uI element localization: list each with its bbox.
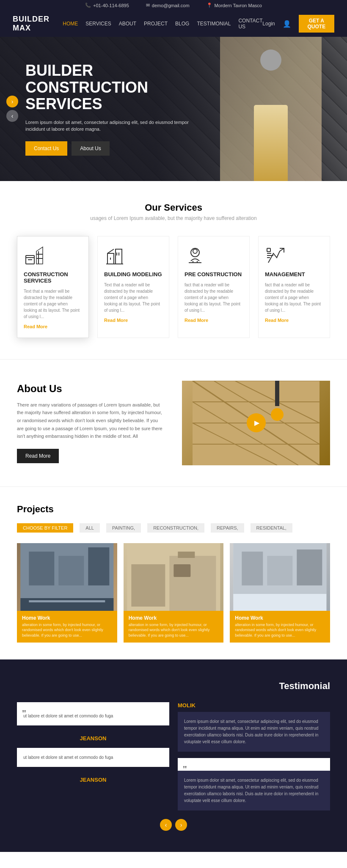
project-title-3: Home Work (235, 615, 325, 621)
filter-choose[interactable]: CHOOSE BY FILTER (17, 523, 73, 533)
testimonial-author-2: JEANSON (17, 777, 169, 783)
filter-residential[interactable]: RESIDENTAL, (251, 523, 292, 533)
svg-rect-30 (29, 552, 54, 585)
testimonial-section: Testimonial " ut labore et dolore sit am… (0, 659, 347, 852)
get-quote-button[interactable]: GET A QUOTE (299, 15, 334, 33)
nav-user-icon: 👤 (283, 20, 291, 28)
testimonial-right-name: MOLIK (178, 702, 330, 709)
phone-icon: 📞 (85, 3, 91, 8)
project-title-2: Home Work (129, 615, 219, 621)
testimonial-text-1: ut labore et dolore sit amet et commodo … (23, 709, 163, 719)
project-label-2: Home Work alteration in some form, by in… (124, 611, 224, 643)
filter-repairs[interactable]: REPAIRS, (211, 523, 244, 533)
testimonial-next-button[interactable]: › (175, 819, 187, 831)
svg-rect-34 (29, 600, 105, 602)
testimonial-card-2: ut labore et dolore sit amet et commodo … (17, 748, 169, 767)
project-desc-1: alteration in some form, by injected hum… (22, 622, 112, 638)
svg-rect-31 (58, 556, 84, 585)
management-icon (265, 245, 286, 266)
contact-section: Contact Us SEND (0, 852, 347, 868)
nav-about[interactable]: ABOUT (119, 21, 136, 27)
service-title-3: PRE CONSTRUCTION (185, 271, 243, 277)
topbar-email: ✉ demo@gmail.com (146, 3, 190, 8)
quote-icon-2: " (183, 761, 187, 777)
nav-links: HOME SERVICES ABOUT PROJECT BLOG TESTIMO… (63, 18, 262, 30)
svg-rect-37 (169, 556, 216, 611)
services-grid: CONSTRUCTION SERVICES Text that a reader… (17, 236, 330, 338)
svg-rect-39 (178, 552, 195, 558)
hero-about-button[interactable]: About Us (72, 141, 109, 156)
navbar-logo: BUILDER MAX (13, 15, 63, 33)
testimonial-text-2: ut labore et dolore sit amet et commodo … (23, 754, 163, 761)
svg-line-8 (107, 249, 114, 253)
topbar-phone: 📞 +01-40-114-6895 (85, 3, 129, 8)
projects-title: Projects (17, 504, 330, 515)
testimonial-right-text-2: Lorem ipsum dolor sit amet, consectetur … (178, 771, 330, 810)
services-subtitle: usages of Lorem Ipsum available, but the… (17, 215, 330, 221)
svg-rect-33 (20, 598, 113, 611)
service-card-4: MANAGEMENT fact that a reader will be di… (258, 236, 330, 338)
svg-rect-45 (234, 594, 327, 611)
hero-next-button[interactable]: ‹ (6, 110, 18, 122)
modeling-icon (104, 245, 125, 266)
nav-blog[interactable]: BLOG (175, 21, 189, 27)
project-image-3 (230, 543, 330, 611)
project-filters: CHOOSE BY FILTER ALL PAINTING, RECONSTRU… (17, 523, 330, 533)
service-readmore-2[interactable]: Read More (104, 318, 162, 323)
svg-rect-42 (242, 552, 263, 585)
service-card-1: CONSTRUCTION SERVICES Text that a reader… (17, 236, 89, 338)
filter-painting[interactable]: PAINTING, (106, 523, 141, 533)
projects-section: Projects CHOOSE BY FILTER ALL PAINTING, … (0, 487, 347, 659)
svg-rect-36 (131, 564, 165, 607)
nav-services[interactable]: SERVICES (85, 21, 111, 27)
testimonial-right-text-1: Lorem ipsum dolor sit amet, consectetur … (178, 712, 330, 752)
svg-rect-44 (297, 549, 322, 585)
testimonial-grid: " ut labore et dolore sit amet et commod… (17, 702, 330, 810)
testimonial-right: MOLIK Lorem ipsum dolor sit amet, consec… (178, 702, 330, 810)
hero-prev-button[interactable]: › (6, 96, 18, 107)
service-readmore-3[interactable]: Read More (185, 318, 243, 323)
project-card-1: Home Work alteration in some form, by in… (17, 543, 117, 643)
nav-testimonial[interactable]: TESTIMONIAL (197, 21, 231, 27)
service-desc-2: Text that a reader will be distracted by… (104, 282, 162, 313)
service-readmore-4[interactable]: Read More (265, 318, 323, 323)
service-readmore-1[interactable]: Read More (24, 324, 82, 329)
services-section: Our Services usages of Lorem Ipsum avail… (0, 181, 347, 359)
location-icon: 📍 (207, 3, 212, 8)
service-title-4: MANAGEMENT (265, 271, 323, 277)
svg-rect-32 (88, 547, 109, 585)
hero-contact-button[interactable]: Contact Us (25, 141, 67, 156)
svg-point-27 (271, 408, 284, 421)
testimonial-card-1: " ut labore et dolore sit amet et commod… (17, 702, 169, 725)
svg-rect-43 (267, 556, 293, 585)
preconstruction-icon (185, 245, 206, 266)
project-desc-3: alteration in some form, by injected hum… (235, 622, 325, 638)
svg-rect-28 (275, 381, 279, 406)
projects-grid: Home Work alteration in some form, by in… (17, 543, 330, 643)
service-card-3: PRE CONSTRUCTION fact that a reader will… (178, 236, 250, 338)
filter-reconstruction[interactable]: RECONSTRUCTION, (147, 523, 204, 533)
svg-rect-38 (174, 564, 190, 577)
nav-contact[interactable]: CONTACT US (238, 18, 262, 30)
testimonial-author-1: JEANSON (17, 735, 169, 742)
project-title-1: Home Work (22, 615, 112, 621)
about-readmore-button[interactable]: Read More (17, 449, 59, 463)
nav-login[interactable]: Login (262, 21, 275, 27)
about-title: About Us (17, 383, 165, 395)
hero-section: › ‹ BUILDER CONSTRUCTION SERVICES Lorem … (0, 37, 347, 181)
service-title-1: CONSTRUCTION SERVICES (24, 271, 82, 284)
about-section: About Us There are many variations of pa… (0, 360, 347, 486)
hero-title: BUILDER CONSTRUCTION SERVICES (25, 62, 195, 113)
nav-home[interactable]: HOME (63, 21, 78, 27)
topbar-address: 📍 Mordern Tavron Masco (207, 3, 262, 8)
hero-description: Lorem ipsum dolor sit amet, consectetur … (25, 119, 195, 133)
service-desc-4: fact that a reader will be distracted by… (265, 282, 323, 313)
service-desc-3: fact that a reader will be distracted by… (185, 282, 243, 313)
play-button[interactable] (247, 413, 266, 432)
filter-all[interactable]: ALL (80, 523, 100, 533)
construction-icon (24, 245, 45, 266)
nav-project[interactable]: PROJECT (144, 21, 168, 27)
svg-point-11 (193, 249, 197, 253)
testimonial-right-card-2: " (178, 758, 330, 771)
testimonial-prev-button[interactable]: ‹ (160, 819, 172, 831)
